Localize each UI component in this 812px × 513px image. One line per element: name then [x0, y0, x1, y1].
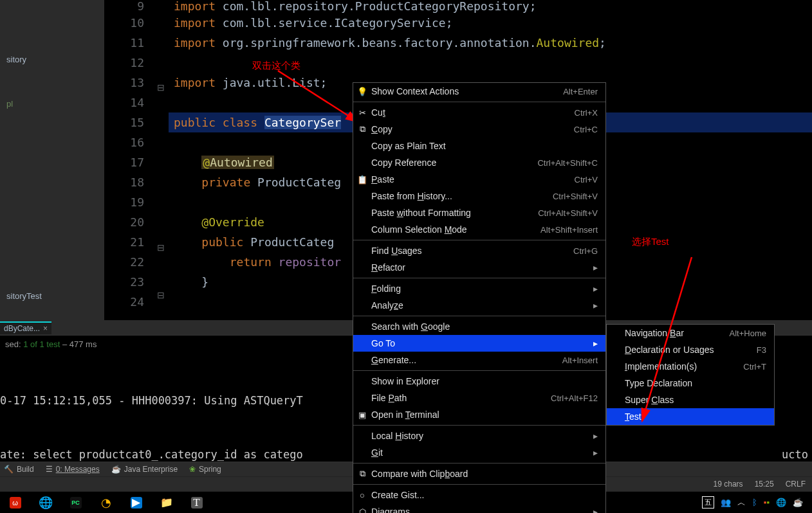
menu-item[interactable]: ✂CutCtrl+X [353, 104, 605, 121]
menu-item[interactable]: File PathCtrl+Alt+F12 [353, 390, 605, 406]
menu-item[interactable]: Show in Explorer [353, 373, 605, 390]
menu-item[interactable]: ⧉Compare with Clipboard [353, 465, 605, 482]
tray-expand-icon[interactable]: ︿ [737, 497, 746, 509]
project-sidebar[interactable]: sitory pl sitoryTest [0, 0, 104, 320]
annotation-note: 选择Test [632, 231, 669, 251]
close-icon[interactable]: × [43, 324, 48, 333]
context-menu[interactable]: 💡Show Context ActionsAlt+Enter✂CutCtrl+X… [353, 82, 606, 513]
spring-icon: ❀ [189, 465, 196, 474]
sidebar-item[interactable]: sitoryTest [0, 289, 104, 303]
menu-item[interactable]: Refactor▸ [353, 259, 605, 276]
hammer-icon: 🔨 [4, 465, 14, 474]
menu-item[interactable]: ⬡Diagrams▸ [353, 503, 605, 513]
system-tray[interactable]: 五 👥 ︿ ᛒ ▪▪ 🌐 ☕ [702, 496, 812, 509]
menu-item[interactable]: Local History▸ [353, 428, 605, 444]
menu-item[interactable]: Find UsagesCtrl+G [353, 242, 605, 259]
goto-submenu[interactable]: Navigation BarAlt+HomeDeclaration or Usa… [606, 324, 775, 426]
coffee-icon[interactable]: ☕ [793, 498, 803, 507]
tool-tab-java-ee[interactable]: ☕Java Enterprise [111, 465, 178, 474]
taskbar-potplayer-icon[interactable]: ◔ [91, 492, 121, 514]
tool-tab-spring[interactable]: ❀Spring [189, 465, 221, 474]
tool-tab-messages[interactable]: ☰0: Messages [46, 465, 100, 474]
fold-column[interactable]: ⊟ ⊟ ⊟ [156, 0, 169, 320]
menu-item[interactable]: Column Selection ModeAlt+Shift+Insert [353, 221, 605, 238]
menu-item[interactable]: Search with Google [353, 318, 605, 335]
menu-item[interactable]: Git▸ [353, 444, 605, 461]
ime-icon[interactable]: 五 [702, 496, 714, 509]
menu-item[interactable]: ○Create Gist... [353, 487, 605, 503]
menu-item[interactable]: Copy ReferenceCtrl+Alt+Shift+C [353, 154, 605, 171]
menu-icon: ⧉ [357, 469, 367, 479]
menu-icon: 📋 [357, 175, 367, 184]
taskbar-chrome-icon[interactable]: 🌐 [30, 492, 60, 514]
status-encoding: CRLF [786, 480, 806, 489]
people-icon[interactable]: 👥 [721, 498, 731, 507]
taskbar-netease-icon[interactable]: ω [0, 492, 30, 514]
menu-item[interactable]: Declaration or UsagesF3 [607, 341, 774, 358]
menu-icon: ○ [357, 491, 367, 500]
sidebar-item[interactable]: pl [0, 97, 104, 111]
menu-item[interactable]: Copy as Plain Text [353, 138, 605, 154]
menu-item[interactable]: 💡Show Context ActionsAlt+Enter [353, 83, 605, 100]
menu-item[interactable]: Analyze▸ [353, 297, 605, 314]
sidebar-item[interactable]: sitory [0, 53, 104, 66]
menu-item[interactable]: 📋PasteCtrl+V [353, 171, 605, 188]
annotation-note: 双击这个类 [252, 55, 300, 75]
menu-item[interactable]: Super Class [607, 392, 774, 408]
gutter: 9 10 11 12 13 14 15 16 17 18 19 20 21 22… [104, 0, 156, 320]
menu-icon: ⧉ [357, 124, 367, 134]
menu-item[interactable]: Paste from History...Ctrl+Shift+V [353, 188, 605, 204]
status-time: 15:25 [755, 480, 774, 489]
menu-item[interactable]: Navigation BarAlt+Home [607, 325, 774, 341]
taskbar-explorer-icon[interactable]: 📁 [151, 492, 181, 514]
menu-item[interactable]: Implementation(s)Ctrl+T [607, 358, 774, 375]
selected-class-name[interactable]: CategorySer [264, 116, 341, 129]
ms-icon[interactable]: ▪▪ [764, 498, 770, 507]
menu-item[interactable]: Type Declaration [607, 375, 774, 392]
list-icon: ☰ [46, 465, 53, 474]
menu-item[interactable]: Folding▸ [353, 280, 605, 297]
fold-icon[interactable]: ⊟ [157, 290, 165, 300]
menu-item[interactable]: Paste without FormattingCtrl+Alt+Shift+V [353, 204, 605, 221]
fold-icon[interactable]: ⊟ [157, 242, 165, 253]
taskbar-pycharm-icon[interactable]: PC [60, 492, 91, 514]
menu-item[interactable]: ⧉CopyCtrl+C [353, 121, 605, 138]
menu-item[interactable]: Generate...Alt+Insert [353, 352, 605, 368]
menu-icon: ✂ [357, 108, 367, 118]
tool-tab-build[interactable]: 🔨Build [4, 465, 34, 474]
run-tab[interactable]: dByCate...× [0, 321, 51, 334]
menu-item[interactable]: ▣Open in Terminal [353, 406, 605, 423]
menu-icon: 💡 [357, 87, 367, 96]
menu-item[interactable]: Go To▸ [353, 335, 605, 352]
taskbar-text-icon[interactable]: T [181, 492, 212, 514]
globe-icon[interactable]: 🌐 [776, 498, 786, 507]
status-chars: 19 chars [714, 480, 743, 489]
bluetooth-icon[interactable]: ᛒ [752, 498, 757, 507]
fold-icon[interactable]: ⊟ [157, 82, 165, 93]
taskbar-media-icon[interactable]: ▶ [121, 492, 151, 514]
java-icon: ☕ [111, 465, 121, 474]
menu-icon: ⬡ [357, 507, 367, 514]
menu-item[interactable]: Test [607, 408, 774, 425]
menu-icon: ▣ [357, 410, 367, 420]
